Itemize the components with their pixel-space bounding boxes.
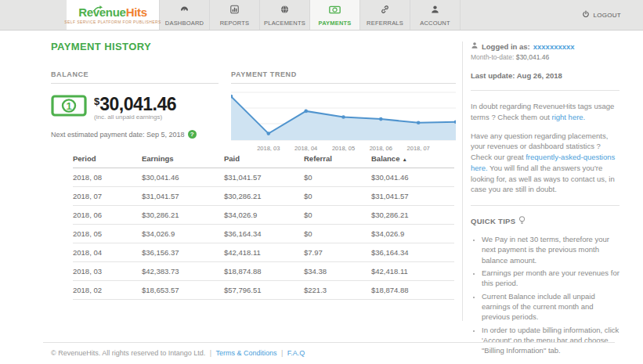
cell-paid: $57,796.51 [224, 281, 304, 300]
logo-arrow-icon [93, 1, 104, 15]
cell-balance: $34,026.9 [371, 225, 454, 243]
cell-earnings: $31,041.57 [142, 187, 224, 206]
payment-trend-chart: 2018, 032018, 042018, 052018, 062018, 07 [231, 88, 456, 154]
cell-balance: $36,164.34 [371, 243, 454, 262]
help-icon[interactable]: ? [188, 130, 197, 139]
column-header-balance[interactable]: Balance▲ [371, 149, 454, 168]
cell-paid: $30,286.21 [224, 187, 304, 206]
month-to-date: Month-to-date: $30,041.46 [471, 53, 620, 61]
tab-dashboard[interactable]: DASHBOARD [159, 0, 210, 30]
payment-table-header-row: PeriodEarningsPaidReferralBalance▲ [73, 149, 454, 168]
table-row: 2018, 03$42,383.73$18,874.88$34.38$42,41… [73, 262, 454, 281]
cell-period: 2018, 02 [73, 281, 142, 300]
payment-trend-header: PAYMENT TREND [231, 70, 456, 84]
cell-earnings: $18,653.57 [142, 281, 224, 300]
quick-tip-item: In order to update billing information, … [482, 325, 620, 356]
cell-period: 2018, 07 [73, 187, 142, 206]
logo-part-hits: Hits [126, 5, 147, 19]
tab-label: PAYMENTS [318, 20, 351, 27]
table-row: 2018, 06$30,286.21$34,026.9$0$30,286.21 [73, 206, 454, 225]
content-sidebar-divider [462, 41, 463, 321]
page-title: PAYMENT HISTORY [51, 41, 151, 52]
balance-amount: $30,041.46 [94, 94, 176, 115]
tab-payments[interactable]: PAYMENTS [310, 0, 360, 30]
cell-paid: $18,874.88 [224, 262, 304, 281]
cell-referral: $0 [304, 187, 371, 206]
tab-label: REPORTS [220, 20, 250, 27]
quick-tip-item: Earnings per month are your revenues for… [482, 268, 620, 289]
logged-in-label: Logged in as: [482, 42, 530, 51]
tab-referrals[interactable]: REFERRALS [360, 0, 410, 30]
sidebar-divider [471, 205, 620, 206]
table-row: 2018, 07$31,041.57$30,286.21$0$31,041.57 [73, 187, 454, 206]
logo-text: RevenueHits [78, 6, 147, 18]
tab-account[interactable]: ACCOUNT [410, 0, 461, 30]
sidebar-divider [471, 90, 620, 91]
cell-paid: $34,026.9 [224, 206, 304, 225]
logout-button[interactable]: LOGOUT [582, 0, 621, 30]
cell-referral: $0 [304, 168, 371, 187]
tab-placements[interactable]: PLACEMENTS [260, 0, 310, 30]
tab-reports[interactable]: REPORTS [210, 0, 260, 30]
top-navigation-bar: RevenueHits SELF SERVICE PLATFORM FOR PU… [0, 0, 643, 31]
terms-link[interactable]: Terms & Conditions [215, 349, 276, 357]
footer-divider [43, 342, 615, 343]
next-payment-text: Next estimated payment date: Sep 5, 2018 [51, 131, 185, 139]
cell-earnings: $42,383.73 [142, 262, 224, 281]
user-icon [471, 41, 479, 51]
revenuehits-logo[interactable]: RevenueHits SELF SERVICE PLATFORM FOR PU… [67, 0, 159, 30]
payment-table-body: 2018, 08$30,041.46$31,041.57$0$30,041.46… [73, 168, 454, 300]
quick-tips-title: QUICK TIPS [471, 217, 515, 225]
table-row: 2018, 08$30,041.46$31,041.57$0$30,041.46 [73, 168, 454, 187]
svg-text:1: 1 [66, 100, 71, 112]
sort-ascending-icon: ▲ [402, 157, 406, 162]
table-row: 2018, 02$18,653.57$57,796.51$221.3$18,87… [73, 281, 454, 300]
banknote-icon [329, 3, 341, 17]
column-header-earnings[interactable]: Earnings [142, 149, 224, 168]
footer-separator: | [210, 349, 211, 357]
payment-history-table: PeriodEarningsPaidReferralBalance▲ 2018,… [73, 149, 454, 300]
quick-tip-item: We Pay in net 30 terms, therefore your n… [482, 234, 620, 265]
table-row: 2018, 04$36,156.37$42,418.11$7.97$36,164… [73, 243, 454, 262]
column-header-paid[interactable]: Paid [224, 149, 304, 168]
faq-note: Have any question regarding placements, … [471, 131, 620, 196]
gauge-icon [179, 3, 190, 17]
logout-label: LOGOUT [593, 12, 621, 19]
quick-tips-list: We Pay in net 30 terms, therefore your n… [471, 234, 620, 355]
usage-terms-note: In doubt regarding RevenueHits tags usag… [471, 101, 620, 123]
usage-terms-link[interactable]: right here. [551, 113, 585, 121]
month-to-date-value: $30,041.46 [516, 53, 550, 61]
cell-period: 2018, 06 [73, 206, 142, 225]
note-text: In doubt regarding RevenueHits tags usag… [471, 102, 614, 121]
column-header-period[interactable]: Period [73, 149, 142, 168]
copyright-text: © RevenueHits. All rights reserved to In… [51, 349, 205, 357]
cell-referral: $34.38 [304, 262, 371, 281]
cell-earnings: $30,286.21 [142, 206, 224, 225]
balance-amount-value: 30,041.46 [99, 94, 176, 114]
cell-balance: $30,286.21 [371, 206, 454, 225]
balance-section: BALANCE 1 $30,041.46 (inc. all unpaid ea… [51, 70, 219, 139]
money-banknote-icon: 1 [51, 94, 87, 121]
balance-section-header: BALANCE [51, 70, 219, 84]
cell-referral: $0 [304, 206, 371, 225]
footer-separator: | [281, 349, 283, 357]
logged-in-user-link[interactable]: xxxxxxxxxx [533, 42, 575, 51]
cell-period: 2018, 08 [73, 168, 142, 187]
cell-balance: $30,041.46 [371, 168, 454, 187]
note-text: You will find all the answers you're loo… [471, 164, 615, 194]
table-row: 2018, 05$34,026.9$36,164.34$0$34,026.9 [73, 225, 454, 243]
cell-period: 2018, 05 [73, 225, 142, 243]
cell-referral: $221.3 [304, 281, 371, 300]
tab-label: REFERRALS [367, 20, 403, 27]
cell-balance: $42,418.11 [371, 262, 454, 281]
user-icon [430, 3, 440, 17]
cell-balance: $31,041.57 [371, 187, 454, 206]
lightbulb-icon [518, 216, 526, 226]
cell-earnings: $36,156.37 [142, 243, 224, 262]
faq-footer-link[interactable]: F.A.Q [287, 349, 305, 357]
info-sidebar: Logged in as: xxxxxxxxxx Month-to-date: … [471, 41, 620, 364]
payment-trend-section: PAYMENT TREND 2018, 032018, 042018, 0520… [231, 70, 456, 154]
column-header-referral[interactable]: Referral [304, 149, 371, 168]
cell-referral: $7.97 [304, 243, 371, 262]
cell-balance: $18,874.88 [371, 281, 454, 300]
